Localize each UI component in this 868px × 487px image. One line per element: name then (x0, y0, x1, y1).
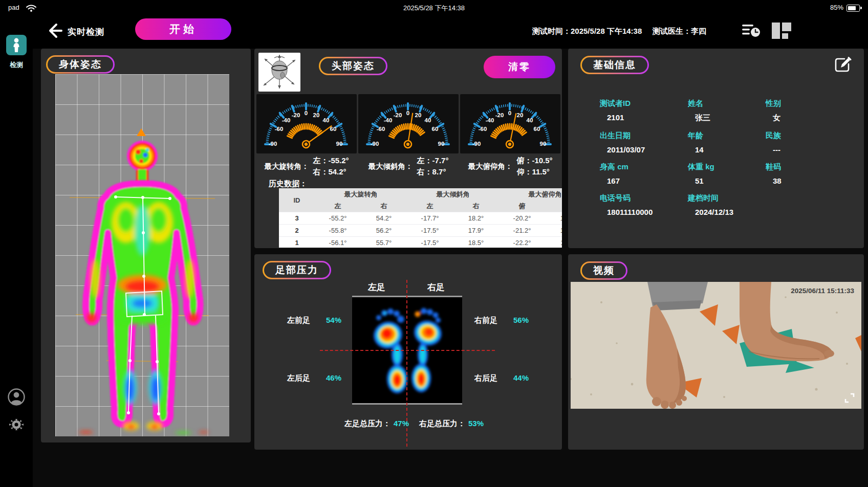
svg-text:-20: -20 (292, 112, 300, 118)
svg-text:20: 20 (313, 112, 320, 118)
sidebar-item-label: 检测 (0, 60, 33, 70)
field-weight: 体重 kg51 (688, 162, 766, 185)
right-foot-label: 右足 (427, 281, 445, 293)
svg-text:-40: -40 (282, 117, 291, 123)
battery-icon (847, 5, 860, 12)
left-forefoot-value: 54% (326, 316, 341, 324)
video-frame[interactable]: 2025/06/11 15:11:33 (571, 282, 861, 409)
col-group-rotation: 最大旋转角 (315, 188, 407, 200)
status-bar: pad 2025/5/28 下午14:38 85% (0, 0, 868, 15)
table-row: 3-55.2°54.2°-17.7°18.2°-20.2°10.5° (279, 212, 562, 225)
svg-text:60: 60 (534, 126, 540, 132)
test-time: 测试时间：2025/5/28 下午14:38 (532, 27, 642, 36)
back-arrow-icon[interactable] (45, 21, 63, 40)
body-thermal-graphic (55, 74, 229, 436)
settings-gear-icon[interactable] (7, 415, 26, 434)
svg-text:-60: -60 (377, 126, 385, 132)
svg-text:20: 20 (517, 112, 524, 118)
right-rearfoot-value: 44% (513, 373, 529, 382)
video-badge: 视频 (580, 261, 627, 280)
svg-text:0: 0 (406, 110, 409, 116)
status-datetime: 2025/5/28 下午14:38 (403, 4, 465, 13)
user-avatar-icon[interactable] (7, 388, 26, 406)
pitch-up: 仰：11.5° (516, 167, 552, 177)
field-gender: 性别女 (766, 99, 822, 123)
pitch-down: 俯：-10.5° (516, 156, 552, 166)
left-rearfoot-value: 46% (326, 373, 341, 382)
rotation-left: 左：-55.2° (313, 156, 349, 166)
edit-icon[interactable] (833, 55, 853, 74)
crosshair-horizontal (320, 350, 495, 351)
field-name: 姓名张三 (688, 99, 766, 123)
history-records-icon[interactable] (741, 21, 762, 42)
svg-text:-20: -20 (394, 112, 402, 118)
col-group-pitch: 最大俯仰角 (499, 188, 562, 200)
body-posture-badge: 身体姿态 (46, 55, 115, 74)
svg-text:-40: -40 (486, 117, 494, 123)
left-total-value: 47% (394, 419, 409, 428)
sidebar: 检测 (0, 15, 33, 487)
svg-text:-90: -90 (371, 141, 379, 147)
wifi-icon (26, 3, 37, 12)
head-posture-badge: 头部姿态 (319, 57, 387, 75)
fullscreen-icon[interactable] (844, 392, 855, 404)
header-bar: 实时检测 开始 测试时间：2025/5/28 下午14:38 测试医生：李四 (33, 15, 868, 49)
svg-text:0: 0 (305, 110, 308, 116)
history-label: 历史数据： (269, 179, 307, 189)
field-ethnicity: 民族--- (766, 131, 822, 154)
body-posture-panel: 身体姿态 (41, 49, 251, 442)
tilt-right: 右：8.7° (417, 167, 449, 177)
svg-text:90: 90 (336, 141, 343, 147)
left-rearfoot-label: 左后足 (287, 373, 310, 383)
left-foot-label: 左足 (368, 281, 385, 293)
video-timestamp: 2025/06/11 15:11:33 (791, 287, 854, 295)
detect-person-icon (6, 35, 27, 55)
right-forefoot-value: 56% (513, 316, 529, 324)
device-name: pad (8, 4, 19, 11)
reset-button[interactable]: 清零 (484, 56, 555, 78)
tilt-left: 左：-7.7° (417, 156, 449, 166)
gauge-tilt: -90 -60 -40 -20 0 20 40 60 90 (358, 94, 459, 153)
sidebar-item-detect[interactable]: 检测 (0, 35, 33, 70)
right-rearfoot-label: 右后足 (474, 373, 497, 383)
pitch-readout: 最大俯仰角： 俯：-10.5° 仰：11.5° (460, 156, 560, 177)
field-height: 身高 cm167 (600, 162, 688, 185)
right-total-value: 53% (468, 419, 484, 428)
battery-percent: 85% (830, 4, 843, 11)
gauge-rotation: -90 -60 -40 -20 0 20 40 60 90 (256, 94, 357, 153)
head-axes-image (258, 53, 300, 92)
field-tester-id: 测试者ID2101 (600, 99, 688, 123)
start-button[interactable]: 开始 (135, 18, 231, 40)
left-forefoot-label: 左前足 (287, 316, 310, 325)
history-table[interactable]: ID 最大旋转角 最大倾斜角 最大俯仰角 左 右 左 右 俯 仰 (279, 188, 562, 248)
rotation-right: 右：54.2° (313, 167, 349, 177)
field-birthdate: 出生日期2011/03/07 (600, 131, 688, 154)
svg-text:-90: -90 (269, 141, 277, 147)
foot-pressure-panel: 足部压力 左足 右足 (254, 254, 562, 450)
col-group-tilt: 最大倾斜角 (407, 188, 499, 200)
rotation-readout: 最大旋转角： 左：-55.2° 右：54.2° (256, 156, 357, 177)
svg-text:40: 40 (425, 117, 431, 123)
basic-info-fields: 测试者ID2101 姓名张三 性别女 出生日期2011/03/07 年龄14 民… (600, 99, 822, 216)
video-panel: 视频 (568, 254, 864, 450)
field-phone: 电话号码18011110000 (600, 193, 688, 216)
table-row: 2-55.8°56.2°-17.5°17.9°-21.2°12.1° (279, 225, 562, 237)
table-row: 1-56.1°55.7°-17.5°18.5°-22.2°11.5° (279, 237, 562, 248)
svg-text:-40: -40 (384, 117, 393, 123)
field-record-date: 建档时间2024/12/13 (688, 193, 766, 216)
svg-text:90: 90 (438, 141, 445, 147)
test-doctor: 测试医生：李四 (653, 27, 706, 36)
svg-text:-90: -90 (472, 141, 481, 147)
body-scan-image (55, 74, 229, 436)
gauge-pitch: -90 -60 -40 -20 0 20 40 60 90 (460, 94, 560, 153)
svg-text:0: 0 (508, 110, 511, 116)
col-id: ID (279, 188, 315, 212)
svg-text:-60: -60 (275, 126, 284, 132)
layout-grid-icon[interactable] (771, 21, 792, 42)
field-age: 年龄14 (688, 131, 766, 154)
right-total-label: 右足总压力： (419, 419, 465, 429)
field-shoe-size: 鞋码38 (766, 162, 822, 185)
basic-info-panel: 基础信息 测试者ID2101 姓名张三 性别女 出生日期2011/03/07 年… (568, 49, 864, 248)
page-title: 实时检测 (68, 26, 104, 38)
svg-text:60: 60 (432, 126, 439, 132)
